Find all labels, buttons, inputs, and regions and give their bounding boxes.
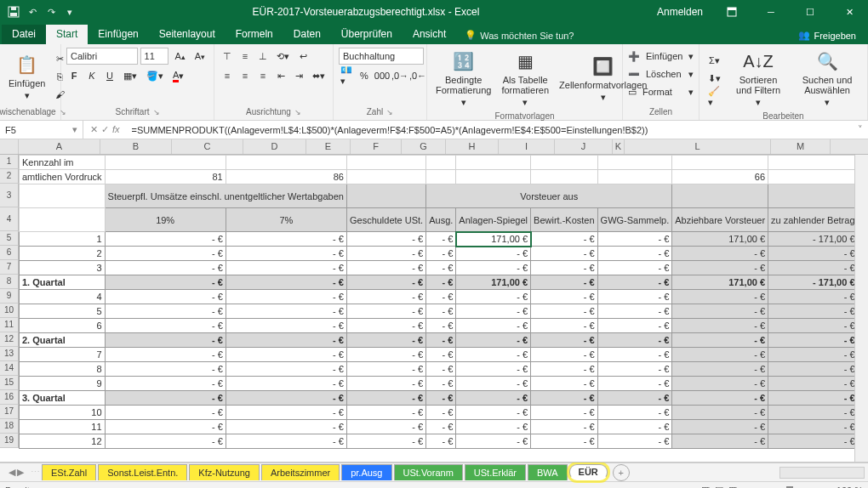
cell[interactable]: - € <box>226 290 346 304</box>
sheet-tab[interactable]: ESt.Zahl <box>42 464 96 480</box>
insert-cells-button[interactable]: Einfügen <box>642 48 686 65</box>
cell[interactable]: - € <box>597 348 672 362</box>
cell[interactable]: - € <box>531 406 598 420</box>
cell[interactable]: - € <box>426 247 456 261</box>
cell[interactable]: - € <box>672 247 768 261</box>
column-header[interactable]: D <box>243 139 306 154</box>
column-header[interactable]: F <box>351 139 402 154</box>
cell[interactable]: - € <box>672 406 768 420</box>
cell[interactable]: - € <box>456 420 531 434</box>
row-header[interactable]: 4 <box>0 207 19 231</box>
cell[interactable]: 11 <box>20 420 106 434</box>
cell[interactable]: - € <box>426 290 456 304</box>
cell[interactable]: - € <box>105 275 226 290</box>
number-format-combo[interactable]: Buchhaltung <box>339 48 424 65</box>
cell[interactable]: - € <box>226 377 346 391</box>
cell[interactable] <box>226 156 346 170</box>
cell[interactable]: - € <box>346 319 425 333</box>
cell[interactable]: - € <box>672 304 768 319</box>
cell[interactable]: - € <box>226 275 346 290</box>
cell[interactable] <box>426 156 456 170</box>
cell[interactable]: - € <box>531 319 598 333</box>
cell[interactable]: - € <box>531 333 598 348</box>
cell[interactable] <box>768 184 858 208</box>
cell[interactable] <box>531 170 598 184</box>
cell[interactable]: - € <box>672 434 768 449</box>
decrease-font-icon[interactable]: A▾ <box>191 48 208 65</box>
cell[interactable]: - € <box>426 406 456 420</box>
share-button[interactable]: 👥 Freigeben <box>788 26 866 44</box>
cell[interactable]: - € <box>597 391 672 406</box>
font-size-combo[interactable]: 11 <box>140 48 169 65</box>
cell[interactable]: - € <box>456 348 531 362</box>
cell[interactable] <box>597 156 672 170</box>
enter-formula-icon[interactable]: ✓ <box>101 124 109 135</box>
cell[interactable]: - € <box>226 333 346 348</box>
cell[interactable]: - € <box>226 391 346 406</box>
cell[interactable]: Ausg. <box>426 208 456 232</box>
cell[interactable]: - € <box>672 420 768 434</box>
cell[interactable] <box>672 156 768 170</box>
cell[interactable]: 2 <box>20 247 106 261</box>
cell[interactable] <box>426 170 456 184</box>
cell[interactable]: 6 <box>20 319 106 333</box>
cell[interactable]: - € <box>456 434 531 449</box>
cell[interactable]: - € <box>768 434 858 449</box>
row-header[interactable]: 13 <box>0 347 19 361</box>
cell[interactable]: 1. Quartal <box>20 275 106 290</box>
align-middle-icon[interactable]: ≡ <box>237 48 253 65</box>
cell[interactable]: 10 <box>20 406 106 420</box>
sheet-nav-next-icon[interactable]: ▶ <box>17 467 24 478</box>
cell[interactable]: - € <box>597 406 672 420</box>
cell[interactable]: - € <box>426 319 456 333</box>
cell[interactable]: - € <box>456 290 531 304</box>
column-header[interactable]: C <box>172 139 243 154</box>
cell[interactable]: - € <box>346 420 425 434</box>
cell[interactable]: 86 <box>226 170 346 184</box>
row-header[interactable]: 12 <box>0 332 19 347</box>
cell[interactable]: - € <box>426 261 456 275</box>
cell[interactable]: - € <box>531 304 598 319</box>
borders-icon[interactable]: ▦▾ <box>120 67 140 84</box>
row-header[interactable]: 9 <box>0 289 19 304</box>
cell[interactable]: - € <box>597 362 672 377</box>
font-color-icon[interactable]: A▾ <box>169 67 187 84</box>
cell[interactable]: - € <box>597 275 672 290</box>
cell[interactable]: - € <box>531 247 598 261</box>
cell[interactable]: 171,00 € <box>672 232 768 247</box>
find-select-button[interactable]: 🔍Suchen und Auswählen▾ <box>792 48 862 110</box>
cell[interactable]: 81 <box>105 170 226 184</box>
dialog-launcher-icon[interactable]: ↘ <box>386 108 393 116</box>
cell[interactable]: 12 <box>20 434 106 449</box>
normal-view-icon[interactable]: ▦ <box>701 485 710 488</box>
cell[interactable]: - € <box>597 319 672 333</box>
cell[interactable]: amtlichen Vordruck <box>20 170 106 184</box>
autosum-icon[interactable]: Σ▾ <box>705 53 724 70</box>
row-header[interactable]: 7 <box>0 260 19 275</box>
cell[interactable]: 171,00 € <box>672 275 768 290</box>
decrease-indent-icon[interactable]: ⇤ <box>273 67 288 84</box>
cell[interactable]: - € <box>531 232 598 247</box>
cell[interactable]: - € <box>456 406 531 420</box>
cell[interactable]: - € <box>768 304 858 319</box>
cell[interactable]: - € <box>426 348 456 362</box>
vertical-scrollbar[interactable] <box>854 155 868 462</box>
merge-center-icon[interactable]: ⬌▾ <box>309 67 328 84</box>
cell[interactable] <box>20 184 106 208</box>
cell[interactable]: - € <box>531 290 598 304</box>
cell[interactable]: - € <box>105 261 226 275</box>
cell[interactable]: - € <box>105 391 226 406</box>
column-header[interactable]: E <box>306 139 351 154</box>
tab-insert[interactable]: Einfügen <box>88 25 148 44</box>
increase-font-icon[interactable]: A▴ <box>171 48 188 65</box>
tab-start[interactable]: Start <box>46 25 88 44</box>
cell[interactable]: - € <box>105 232 226 247</box>
column-header[interactable]: B <box>100 139 172 154</box>
redo-icon[interactable]: ↷ <box>44 5 58 19</box>
sheet-tab[interactable]: USt.Voranm <box>394 464 463 480</box>
cell[interactable]: - € <box>768 377 858 391</box>
cell[interactable]: - € <box>346 434 425 449</box>
cell[interactable]: - € <box>531 261 598 275</box>
cell[interactable]: - € <box>672 348 768 362</box>
cell[interactable]: Abziehbare Vorsteuer <box>672 208 768 232</box>
